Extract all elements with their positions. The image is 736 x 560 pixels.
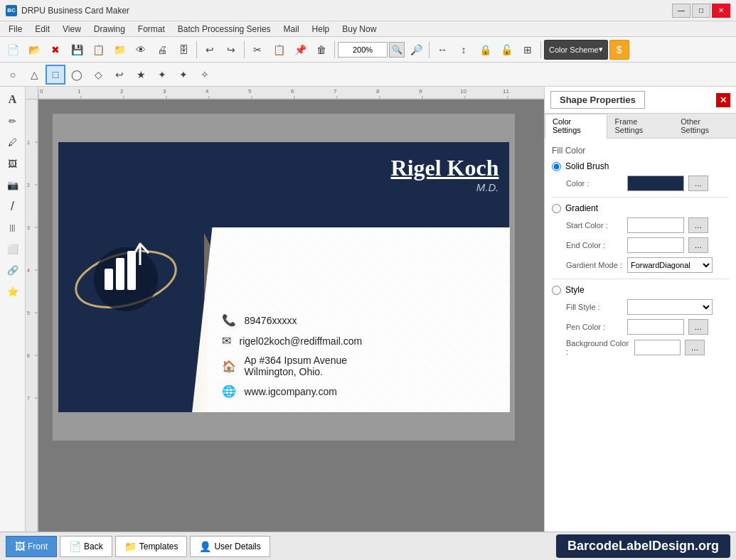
gradient-mode-select[interactable]: ForwardDiagonal BackwardDiagonal Horizon… <box>627 257 713 273</box>
fill-style-select[interactable] <box>627 299 713 315</box>
shape-arrow[interactable]: ↩ <box>110 65 129 85</box>
shape-star5[interactable]: ★ <box>131 65 151 85</box>
canvas-area[interactable]: 0 1 2 3 4 5 6 7 8 <box>26 87 544 532</box>
end-color-input[interactable] <box>627 237 684 253</box>
main-toolbar: 📄 📂 ✖ 💾 📋 📁 👁 🖨 🗄 ↩ ↪ ✂ 📋 📌 🗑 200% 🔍 🔎 ↔… <box>0 37 736 63</box>
redo-button[interactable]: ↪ <box>221 40 241 60</box>
close-button[interactable]: ✕ <box>712 4 730 18</box>
undo-button[interactable]: ↩ <box>200 40 220 60</box>
gradient-radio-row[interactable]: Gradient <box>552 203 729 213</box>
flip-v-button[interactable]: ↕ <box>454 40 474 60</box>
grid-button[interactable]: ⊞ <box>518 40 538 60</box>
lock-button[interactable]: 🔒 <box>475 40 495 60</box>
shape-triangle[interactable]: △ <box>24 65 44 85</box>
bg-color-input[interactable] <box>634 340 681 355</box>
address-icon: 🏠 <box>222 360 236 373</box>
tool-star[interactable]: ⭐ <box>3 281 23 301</box>
back-tab-icon: 📄 <box>69 541 81 552</box>
card-email-row: ✉ rigel02koch@rediffmail.com <box>222 334 503 348</box>
zoom-out-button[interactable]: 🔍 <box>389 42 405 58</box>
paste-button[interactable]: 📌 <box>290 40 310 60</box>
tool-text[interactable]: A <box>3 90 23 109</box>
minimize-button[interactable]: — <box>672 4 690 18</box>
menu-help[interactable]: Help <box>306 23 336 36</box>
menu-view[interactable]: View <box>57 23 87 36</box>
shape-circle[interactable]: ○ <box>3 65 23 85</box>
tab-templates[interactable]: 📁 Templates <box>115 536 188 557</box>
close-button2[interactable]: ✖ <box>46 40 65 60</box>
menu-mail[interactable]: Mail <box>278 23 305 36</box>
maximize-button[interactable]: □ <box>692 4 710 18</box>
menu-edit[interactable]: Edit <box>29 23 55 36</box>
bg-color-picker-button[interactable]: … <box>685 340 705 355</box>
tab-other-settings[interactable]: Other Settings <box>673 114 736 138</box>
zoom-input[interactable]: 200% <box>338 42 388 58</box>
tool-pen[interactable]: 🖊 <box>3 132 23 152</box>
canvas-page[interactable]: Rigel Koch M.D. 📞 89476xxxxx ✉ <box>53 114 515 441</box>
tool-draw[interactable]: ✏ <box>3 111 23 131</box>
copy-button[interactable]: 📋 <box>269 40 289 60</box>
shape-star8[interactable]: ✦ <box>174 65 193 85</box>
solid-color-picker-button[interactable]: … <box>688 176 708 191</box>
new-button[interactable]: 📄 <box>3 40 23 60</box>
shape-star16[interactable]: ✧ <box>195 65 215 85</box>
tool-line[interactable]: / <box>3 196 23 216</box>
shape-diamond[interactable]: ◇ <box>88 65 108 85</box>
panel-close-button[interactable]: ✕ <box>716 93 730 107</box>
tool-barcode[interactable]: ||| <box>3 217 23 237</box>
flip-h-button[interactable]: ↔ <box>432 40 452 60</box>
cut-button[interactable]: ✂ <box>247 40 267 60</box>
save-button[interactable]: 💾 <box>67 40 87 60</box>
open2-button[interactable]: 📁 <box>110 40 129 60</box>
shape-rect[interactable]: □ <box>46 65 65 85</box>
tab-color-settings[interactable]: Color Settings <box>545 114 607 139</box>
pen-color-picker-button[interactable]: … <box>688 319 708 335</box>
card-address-row: 🏠 Ap #364 Ipsum Avenue Wilmington, Ohio. <box>222 355 503 377</box>
unlock-button[interactable]: 🔓 <box>496 40 516 60</box>
save-as-button[interactable]: 📋 <box>88 40 108 60</box>
card-header-band: Rigel Koch M.D. <box>208 142 510 227</box>
db-button[interactable]: 🗄 <box>174 40 193 60</box>
menu-buynow[interactable]: Buy Now <box>336 23 382 36</box>
style-radio[interactable] <box>552 286 561 295</box>
color-scheme-button[interactable]: Color Scheme ▾ <box>544 40 608 60</box>
tab-back[interactable]: 📄 Back <box>60 536 112 557</box>
tool-image[interactable]: 🖼 <box>3 154 23 173</box>
phone-icon: 📞 <box>222 313 236 327</box>
gradient-radio[interactable] <box>552 204 561 213</box>
start-color-input[interactable] <box>627 217 684 233</box>
tab-user-details[interactable]: 👤 User Details <box>190 536 270 557</box>
menu-format[interactable]: Format <box>132 23 171 36</box>
zoom-box[interactable]: 200% 🔍 <box>338 42 405 58</box>
pen-color-input[interactable] <box>627 319 684 335</box>
style-radio-row[interactable]: Style <box>552 285 729 295</box>
tool-shape[interactable]: ⬜ <box>3 239 23 259</box>
color-label: Color : <box>566 179 623 188</box>
solid-color-box[interactable] <box>627 176 684 191</box>
fill-style-field-row: Fill Style : <box>566 299 729 315</box>
tool-photo[interactable]: 📷 <box>3 175 23 195</box>
svg-text:5: 5 <box>248 88 252 95</box>
start-color-field-row: Start Color : … <box>566 217 729 233</box>
start-color-picker-button[interactable]: … <box>688 217 708 233</box>
delete-button[interactable]: 🗑 <box>311 40 331 60</box>
preview-button[interactable]: 👁 <box>131 40 151 60</box>
money-button[interactable]: $ <box>609 40 629 60</box>
tool-link[interactable]: 🔗 <box>3 260 23 280</box>
shape-star6[interactable]: ✦ <box>152 65 172 85</box>
business-card[interactable]: Rigel Koch M.D. 📞 89476xxxxx ✉ <box>58 142 510 412</box>
style-label: Style <box>565 285 585 295</box>
zoom-fit-button[interactable]: 🔎 <box>406 40 426 60</box>
solid-brush-radio-row[interactable]: Solid Brush <box>552 161 729 171</box>
menu-drawing[interactable]: Drawing <box>88 23 131 36</box>
tab-frame-settings[interactable]: Frame Settings <box>607 114 673 138</box>
menu-batch[interactable]: Batch Processing Series <box>172 23 277 36</box>
end-color-picker-button[interactable]: … <box>688 237 708 253</box>
print-button[interactable]: 🖨 <box>152 40 172 60</box>
solid-brush-radio[interactable] <box>552 162 561 171</box>
shape-ellipse[interactable]: ◯ <box>67 65 87 85</box>
window-controls[interactable]: — □ ✕ <box>672 4 730 18</box>
tab-front[interactable]: 🖼 Front <box>6 536 57 557</box>
menu-file[interactable]: File <box>3 23 28 36</box>
open-button[interactable]: 📂 <box>24 40 44 60</box>
